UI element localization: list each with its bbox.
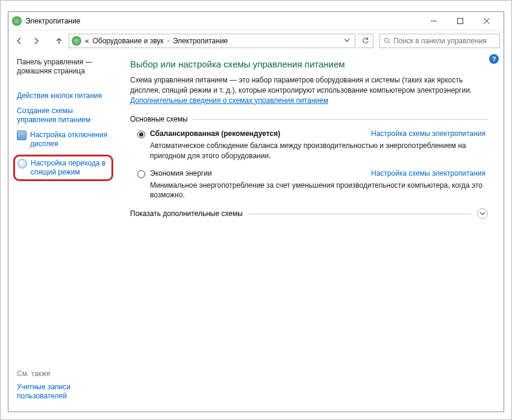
window-title: Электропитание [25, 17, 80, 25]
plan-description: Минимальное энергопотребление за счет ум… [150, 181, 485, 200]
maximize-icon [457, 18, 463, 24]
up-button[interactable] [52, 34, 66, 48]
search-placeholder: Поиск в панели управления [393, 37, 487, 45]
body: Панель управления — домашняя страница Де… [8, 51, 504, 412]
sidebar: Панель управления — домашняя страница Де… [8, 51, 118, 412]
highlight-annotation: Настройка перехода в спящий режим [13, 155, 113, 181]
search-input[interactable]: Поиск в панели управления [379, 34, 500, 48]
arrow-right-icon [32, 37, 40, 45]
plan-name[interactable]: Сбалансированная (рекомендуется) [150, 129, 280, 138]
plan-name[interactable]: Экономия энергии [150, 169, 212, 178]
svg-line-5 [389, 42, 390, 44]
search-icon [384, 37, 391, 45]
radio-saver[interactable] [137, 170, 145, 178]
sidebar-link-display[interactable]: Настройка отключения дисплея [17, 131, 113, 149]
help-button[interactable]: ? [489, 54, 499, 64]
section-main-plans: Основные схемы [130, 115, 488, 123]
refresh-button[interactable] [358, 34, 373, 48]
close-icon [484, 18, 490, 24]
content: ? Выбор или настройка схемы управления п… [118, 51, 504, 412]
location-icon [72, 36, 81, 46]
description-link[interactable]: Дополнительные сведения о схемах управле… [130, 96, 328, 105]
titlebar: Электропитание [8, 12, 504, 30]
expand-plans-row[interactable]: Показать дополнительные схемы [130, 208, 488, 219]
sidebar-link-label: Настройка отключения дисплея [30, 131, 113, 149]
app-icon [12, 16, 22, 26]
page-description: Схема управления питанием — это набор па… [130, 75, 488, 105]
back-button[interactable] [12, 34, 27, 48]
refresh-icon [362, 37, 369, 45]
plan-description: Автоматическое соблюдение баланса между … [150, 141, 485, 160]
expand-button[interactable] [477, 208, 488, 219]
sidebar-link-create[interactable]: Создание схемы управления питанием [17, 107, 113, 125]
maximize-button[interactable] [447, 13, 473, 29]
forward-button[interactable] [29, 34, 43, 48]
sidebar-link-sleep[interactable]: Настройка перехода в спящий режим [17, 159, 108, 177]
arrow-left-icon [15, 37, 23, 45]
sidebar-link-buttons[interactable]: Действия кнопок питания [17, 91, 113, 100]
breadcrumb-item[interactable]: Электропитание [173, 37, 228, 45]
help-icon: ? [492, 55, 496, 63]
chevron-down-icon [344, 37, 350, 43]
see-also-label: См. также [17, 369, 113, 378]
sidebar-link-users[interactable]: Учетные записи пользователей [17, 383, 113, 401]
breadcrumb-item[interactable]: Оборудование и звук [93, 37, 164, 45]
page-title: Выбор или настройка схемы управления пит… [130, 59, 488, 69]
chevron-right-icon: › [167, 37, 169, 44]
expand-label: Показать дополнительные схемы [130, 209, 243, 218]
arrow-up-icon [55, 37, 63, 45]
plan-settings-link[interactable]: Настройка схемы электропитания [371, 169, 485, 178]
svg-rect-1 [458, 19, 463, 24]
section-label: Основные схемы [130, 115, 188, 123]
sidebar-home[interactable]: Панель управления — домашняя страница [17, 58, 113, 76]
minimize-button[interactable] [420, 13, 447, 29]
radio-balanced[interactable] [137, 131, 145, 138]
address-dropdown[interactable] [342, 37, 352, 45]
screenshot-frame: Электропитание « Оборудование и звук › Э… [0, 0, 512, 420]
monitor-icon [17, 131, 27, 140]
close-button[interactable] [473, 13, 500, 29]
navbar: « Оборудование и звук › Электропитание П… [8, 30, 504, 51]
power-plan-balanced: Сбалансированная (рекомендуется) Настрой… [137, 129, 488, 160]
chevron-down-icon [479, 211, 485, 217]
breadcrumb-prefix: « [85, 37, 89, 45]
window: Электропитание « Оборудование и звук › Э… [8, 11, 504, 412]
minimize-icon [431, 18, 437, 24]
sidebar-link-label: Настройка перехода в спящий режим [31, 159, 108, 177]
address-bar[interactable]: « Оборудование и звук › Электропитание [69, 34, 355, 48]
sleep-icon [17, 159, 27, 168]
power-plan-saver: Экономия энергии Настройка схемы электро… [137, 169, 488, 200]
plan-settings-link[interactable]: Настройка схемы электропитания [371, 129, 485, 138]
sidebar-bottom: См. также Учетные записи пользователей [17, 369, 113, 407]
description-text: Схема управления питанием — это набор па… [130, 76, 472, 94]
svg-point-4 [385, 38, 389, 42]
